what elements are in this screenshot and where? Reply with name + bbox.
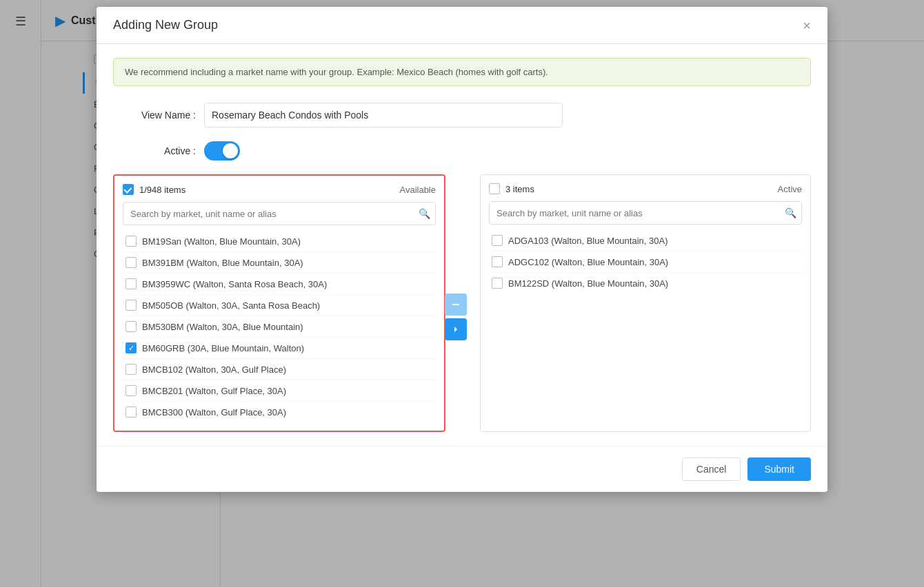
list-item: BM505OB (Walton, 30A, Santa Rosa Beach) — [123, 295, 436, 316]
item-checkbox[interactable] — [125, 406, 137, 418]
modal-overlay: Adding New Group × We recommend includin… — [0, 0, 924, 587]
modal-dialog: Adding New Group × We recommend includin… — [97, 7, 827, 492]
item-checkbox[interactable] — [125, 385, 137, 396]
modal-title: Adding New Group — [113, 18, 218, 32]
active-count: 3 items — [505, 184, 534, 194]
item-checkbox[interactable] — [492, 235, 503, 246]
available-panel: 1/948 items Available 🔍 BM19San (Walton,… — [113, 174, 445, 432]
list-item: BM530BM (Walton, 30A, Blue Mountain) — [123, 316, 436, 338]
item-label: ADGC102 (Walton, Blue Mountain, 30A) — [508, 257, 668, 267]
item-checkbox[interactable] — [125, 300, 137, 311]
list-item: BM122SD (Walton, Blue Mountain, 30A) — [489, 273, 802, 294]
toggle-knob — [223, 143, 238, 158]
available-search-box: 🔍 — [123, 202, 436, 225]
item-label: BMCB300 (Walton, Gulf Place, 30A) — [142, 407, 286, 418]
modal-body: We recommend including a market name wit… — [97, 44, 827, 446]
svg-rect-0 — [452, 304, 459, 305]
active-select-all-checkbox[interactable] — [489, 183, 500, 194]
item-label: BMCB201 (Walton, Gulf Place, 30A) — [142, 386, 286, 396]
available-panel-header: 1/948 items Available — [123, 184, 436, 195]
list-item: BM391BM (Walton, Blue Mountain, 30A) — [123, 252, 436, 274]
available-count: 1/948 items — [139, 185, 185, 195]
item-checkbox[interactable] — [125, 257, 137, 268]
item-checkbox[interactable] — [125, 321, 137, 332]
item-checkbox[interactable] — [492, 256, 503, 267]
item-label: BM3959WC (Walton, Santa Rosa Beach, 30A) — [142, 279, 327, 289]
close-button[interactable]: × — [803, 19, 811, 32]
alert-text: We recommend including a market name wit… — [125, 67, 548, 77]
item-checkbox[interactable] — [125, 278, 137, 289]
list-item: BMCB102 (Walton, 30A, Gulf Place) — [123, 359, 436, 380]
list-item: BMCB201 (Walton, Gulf Place, 30A) — [123, 380, 436, 402]
item-label: BM505OB (Walton, 30A, Santa Rosa Beach) — [142, 300, 320, 311]
submit-button[interactable]: Submit — [747, 457, 811, 481]
select-all-checkbox[interactable] — [123, 184, 134, 195]
active-panel-header: 3 items Active — [489, 183, 802, 194]
item-checkbox[interactable] — [125, 236, 137, 247]
view-name-row: View Name : — [113, 103, 811, 127]
transfer-right-button[interactable] — [445, 318, 467, 340]
transfer-area: 1/948 items Available 🔍 BM19San (Walton,… — [113, 174, 811, 432]
item-checkbox[interactable] — [125, 364, 137, 375]
transfer-left-button[interactable] — [445, 294, 467, 316]
item-label: BM391BM (Walton, Blue Mountain, 30A) — [142, 258, 303, 268]
item-label: ADGA103 (Walton, Blue Mountain, 30A) — [508, 236, 667, 246]
active-items-list: ADGA103 (Walton, Blue Mountain, 30A) ADG… — [489, 230, 802, 294]
transfer-buttons — [445, 294, 467, 340]
list-item: ADGA103 (Walton, Blue Mountain, 30A) — [489, 230, 802, 251]
active-search-box: 🔍 — [489, 201, 802, 225]
active-row: Active : — [113, 141, 811, 161]
item-label: BM530BM (Walton, 30A, Blue Mountain) — [142, 322, 303, 332]
available-search-input[interactable] — [123, 202, 436, 225]
active-label: Active — [778, 184, 802, 194]
active-count-area: 3 items — [489, 183, 534, 194]
modal-header: Adding New Group × — [97, 7, 827, 44]
list-item: BM19San (Walton, Blue Mountain, 30A) — [123, 231, 436, 252]
item-label: BM122SD (Walton, Blue Mountain, 30A) — [508, 278, 668, 289]
active-search-input[interactable] — [489, 201, 802, 225]
search-icon: 🔍 — [419, 208, 430, 219]
item-checkbox[interactable] — [492, 278, 503, 289]
active-panel: 3 items Active 🔍 ADGA103 (Walton, Blue M… — [480, 174, 811, 432]
view-name-label: View Name : — [113, 110, 196, 121]
cancel-button[interactable]: Cancel — [682, 457, 741, 481]
item-label: BMCB102 (Walton, 30A, Gulf Place) — [142, 364, 286, 375]
alert-banner: We recommend including a market name wit… — [113, 58, 811, 86]
search-icon-right: 🔍 — [785, 207, 796, 218]
list-item: BMCB300 (Walton, Gulf Place, 30A) — [123, 402, 436, 422]
item-checkbox-checked[interactable] — [125, 342, 137, 353]
available-label: Available — [399, 185, 436, 195]
available-count-area: 1/948 items — [123, 184, 185, 195]
list-item: BM60GRB (30A, Blue Mountain, Walton) — [123, 338, 436, 359]
item-label: BM19San (Walton, Blue Mountain, 30A) — [142, 236, 301, 247]
active-toggle[interactable] — [204, 141, 240, 161]
available-items-list: BM19San (Walton, Blue Mountain, 30A) BM3… — [123, 231, 436, 422]
view-name-input[interactable] — [204, 103, 563, 127]
list-item: ADGC102 (Walton, Blue Mountain, 30A) — [489, 251, 802, 273]
active-label: Active : — [113, 145, 196, 156]
list-item: BM3959WC (Walton, Santa Rosa Beach, 30A) — [123, 274, 436, 295]
item-label: BM60GRB (30A, Blue Mountain, Walton) — [142, 343, 304, 353]
modal-footer: Cancel Submit — [97, 446, 827, 492]
